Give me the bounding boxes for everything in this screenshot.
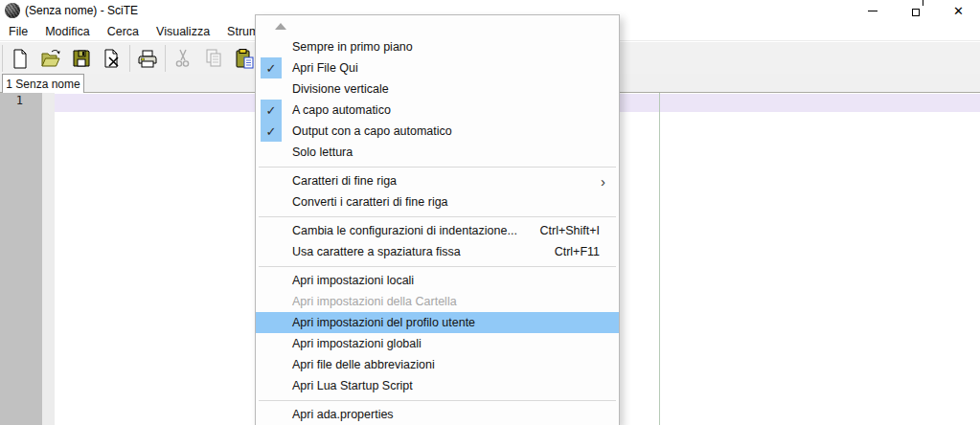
checkmark-icon: ✓ xyxy=(261,121,282,142)
open-file-button[interactable] xyxy=(36,44,65,73)
open-file-icon xyxy=(39,47,62,70)
save-file-button[interactable] xyxy=(67,44,96,73)
menu-scroll-up[interactable] xyxy=(256,15,619,36)
menu-item-cambia-configurazioni-indentazione[interactable]: Cambia le configurazioni di indentazione… xyxy=(256,220,619,241)
copy-button xyxy=(199,44,228,73)
checkmark-icon: ✓ xyxy=(261,57,282,78)
menu-item-apri-ada-properties[interactable]: Apri ada.properties xyxy=(256,404,619,425)
options-popup-menu: Sempre in primo piano ✓ Apri File Qui Di… xyxy=(255,14,620,425)
close-icon: ✕ xyxy=(953,5,964,17)
menu-item-caratteri-di-fine-riga[interactable]: Caratteri di fine riga › xyxy=(256,170,619,191)
menu-item-apri-impostazioni-della-cartella: Apri impostazioni della Cartella xyxy=(256,291,619,312)
menubar-item-visualizza[interactable]: Visualizza xyxy=(148,22,218,41)
line-number: 1 xyxy=(0,94,23,107)
edge-marker-line xyxy=(659,93,660,425)
tab-senza-nome[interactable]: 1 Senza nome xyxy=(2,74,84,93)
menu-item-converti-caratteri-fine-riga[interactable]: Converti i caratteri di fine riga xyxy=(256,191,619,212)
restore-icon xyxy=(912,9,920,16)
window-controls: ✕ xyxy=(851,0,980,22)
menu-item-output-con-a-capo-automatico[interactable]: ✓ Output con a capo automatico xyxy=(256,121,619,142)
new-file-icon xyxy=(9,47,32,70)
menubar-item-cerca[interactable]: Cerca xyxy=(99,22,148,41)
menu-separator xyxy=(259,400,616,401)
cut-icon xyxy=(171,47,194,70)
menu-separator xyxy=(259,167,616,168)
scroll-up-arrow-icon xyxy=(275,23,286,30)
cut-button xyxy=(169,44,197,73)
close-file-icon xyxy=(101,47,124,70)
menu-item-solo-lettura[interactable]: Solo lettura xyxy=(256,142,619,163)
menu-separator xyxy=(259,266,616,267)
copy-icon xyxy=(202,47,225,70)
menu-item-usa-carattere-spaziatura-fissa[interactable]: Usa carattere a spaziatura fissa Ctrl+F1… xyxy=(256,241,619,262)
print-icon xyxy=(136,47,159,70)
menubar-item-file[interactable]: File xyxy=(0,22,36,41)
window-title: (Senza nome) - SciTE xyxy=(25,4,138,17)
toolbar-separator xyxy=(165,45,166,72)
scite-app-icon[interactable] xyxy=(5,3,20,18)
menubar-item-modifica[interactable]: Modifica xyxy=(36,22,99,41)
menu-item-apri-impostazioni-locali[interactable]: Apri impostazioni locali xyxy=(256,270,619,291)
paste-icon xyxy=(233,47,256,70)
close-button[interactable]: ✕ xyxy=(937,0,980,22)
checkmark-icon: ✓ xyxy=(261,100,282,121)
print-button[interactable] xyxy=(133,44,162,73)
shortcut-label: Ctrl+F11 xyxy=(555,245,600,258)
menu-item-apri-lua-startup-script[interactable]: Apri Lua Startup Script xyxy=(256,375,619,396)
save-file-icon xyxy=(70,47,93,70)
menu-item-apri-file-delle-abbreviazioni[interactable]: Apri file delle abbreviazioni xyxy=(256,354,619,375)
new-file-button[interactable] xyxy=(6,44,34,73)
minimize-icon xyxy=(868,11,877,11)
submenu-arrow-icon: › xyxy=(601,174,605,189)
restore-button[interactable] xyxy=(894,0,937,22)
menu-separator xyxy=(259,216,616,217)
toolbar-separator xyxy=(2,45,3,72)
menu-item-divisione-verticale[interactable]: Divisione verticale xyxy=(256,78,619,100)
menu-item-apri-file-qui[interactable]: ✓ Apri File Qui xyxy=(256,57,619,78)
menu-item-sempre-in-primo-piano[interactable]: Sempre in primo piano xyxy=(256,36,619,57)
toolbar-separator xyxy=(129,45,130,72)
line-number-margin: 1 xyxy=(0,93,42,425)
close-file-button[interactable] xyxy=(98,44,126,73)
shortcut-label: Ctrl+Shift+I xyxy=(539,224,600,237)
menu-item-apri-impostazioni-globali[interactable]: Apri impostazioni globali xyxy=(256,333,619,354)
menu-item-apri-impostazioni-del-profilo-utente[interactable]: Apri impostazioni del profilo utente xyxy=(256,312,619,333)
minimize-button[interactable] xyxy=(851,0,894,22)
fold-margin xyxy=(42,93,55,425)
menu-item-a-capo-automatico[interactable]: ✓ A capo automatico xyxy=(256,100,619,121)
